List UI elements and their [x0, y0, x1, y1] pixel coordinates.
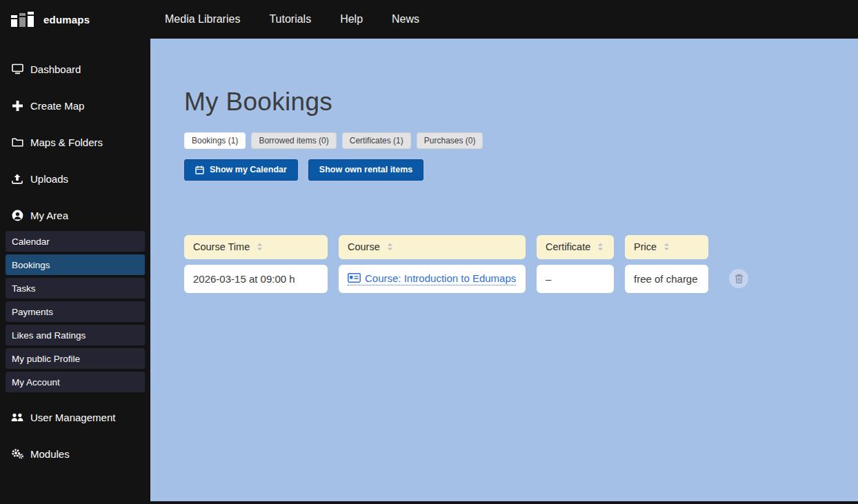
sidebar-item-label: My Area [30, 210, 68, 221]
cogs-icon [11, 448, 23, 459]
show-own-rental-items-button[interactable]: Show own rental items [308, 159, 423, 181]
calendar-icon [195, 165, 204, 174]
edumaps-logo-icon [11, 12, 34, 27]
show-own-rental-items-label: Show own rental items [319, 165, 412, 174]
brand-logo[interactable]: edumaps [0, 12, 150, 27]
action-buttons: Show my Calendar Show own rental items [184, 159, 858, 181]
sidebar-item-label: Uploads [30, 173, 68, 185]
plus-icon [11, 101, 23, 111]
column-label: Price [634, 241, 657, 252]
subitem-label: Tasks [12, 283, 36, 294]
topnav-item-news[interactable]: News [377, 0, 434, 39]
sidebar-subitem-payments[interactable]: Payments [6, 301, 145, 322]
sidebar-subitem-my-account[interactable]: My Account [6, 372, 145, 392]
cell-price: free of charge [625, 265, 708, 293]
sidebar-subitem-my-public-profile[interactable]: My public Profile [6, 348, 145, 369]
course-link[interactable]: Course: Introduction to Edumaps [348, 272, 516, 285]
topnav-item-help[interactable]: Help [326, 0, 377, 39]
sidebar-item-label: Maps & Folders [30, 137, 103, 148]
page-title: My Bookings [184, 87, 858, 117]
sidebar-item-uploads[interactable]: Uploads [11, 168, 150, 190]
user-circle-icon [11, 210, 23, 221]
bookings-table: Course Time Course Certificate Price [184, 235, 858, 293]
column-header-course-time[interactable]: Course Time [184, 235, 328, 259]
sort-icon [387, 243, 393, 251]
dashboard-icon [11, 63, 23, 74]
tab-certificates[interactable]: Certificates (1) [342, 132, 411, 149]
subitem-label: Bookings [12, 260, 50, 270]
address-card-icon [348, 273, 361, 283]
sidebar-item-modules[interactable]: Modules [11, 443, 150, 465]
sidebar-item-label: Dashboard [30, 63, 81, 75]
table-header-row: Course Time Course Certificate Price [184, 235, 858, 259]
delete-booking-button[interactable] [729, 269, 748, 288]
subitem-label: Calendar [12, 236, 50, 247]
sidebar-item-create-map[interactable]: Create Map [11, 94, 150, 117]
sort-icon [257, 243, 263, 251]
sidebar-subitem-calendar[interactable]: Calendar [6, 231, 145, 252]
topnav-item-tutorials[interactable]: Tutorials [255, 0, 326, 39]
main-content: My Bookings Bookings (1) Borrowed items … [150, 39, 858, 501]
show-my-calendar-button[interactable]: Show my Calendar [184, 159, 298, 181]
sidebar-subitem-tasks[interactable]: Tasks [6, 278, 145, 299]
sort-icon [664, 243, 670, 251]
users-icon [11, 412, 23, 423]
table-row: 2026-03-15 at 09:00 h Course: Introducti… [184, 265, 858, 293]
subitem-label: Likes and Ratings [12, 330, 86, 341]
sidebar-subitem-likes-and-ratings[interactable]: Likes and Ratings [6, 325, 145, 345]
tab-purchases[interactable]: Purchases (0) [417, 132, 483, 149]
sidebar-item-dashboard[interactable]: Dashboard [11, 58, 150, 80]
column-label: Course [348, 241, 380, 252]
course-link-label: Course: Introduction to Edumaps [365, 272, 516, 284]
sidebar-item-user-management[interactable]: User Management [11, 406, 150, 428]
subitem-label: My public Profile [12, 354, 80, 364]
sidebar-subitem-bookings[interactable]: Bookings [6, 254, 145, 275]
tab-bookings[interactable]: Bookings (1) [184, 132, 246, 149]
certificate-value: – [546, 273, 551, 285]
price-value: free of charge [634, 273, 698, 285]
my-area-submenu: Calendar Bookings Tasks Payments Likes a… [6, 231, 145, 392]
cell-certificate: – [537, 265, 614, 293]
sidebar-item-label: Create Map [30, 100, 84, 112]
top-navigation: Media Libraries Tutorials Help News [150, 0, 434, 39]
tab-borrowed-items[interactable]: Borrowed items (0) [251, 132, 336, 149]
sidebar-item-maps-folders[interactable]: Maps & Folders [11, 131, 150, 153]
column-label: Certificate [546, 241, 590, 252]
subitem-label: My Account [12, 377, 60, 387]
sidebar: Dashboard Create Map Maps & Folders Uplo… [0, 39, 150, 504]
column-header-price[interactable]: Price [625, 235, 708, 259]
folder-icon [11, 137, 23, 148]
column-label: Course Time [193, 241, 250, 252]
course-time-value: 2026-03-15 at 09:00 h [193, 273, 295, 285]
trash-icon [735, 274, 744, 283]
show-my-calendar-label: Show my Calendar [210, 165, 287, 174]
bookings-tabbar: Bookings (1) Borrowed items (0) Certific… [184, 132, 858, 149]
sidebar-item-label: Modules [30, 448, 70, 460]
column-header-course[interactable]: Course [339, 235, 526, 259]
upload-icon [11, 174, 23, 184]
sidebar-item-label: User Management [30, 412, 115, 423]
sidebar-item-my-area[interactable]: My Area [11, 204, 150, 226]
topbar: edumaps Media Libraries Tutorials Help N… [0, 0, 858, 39]
subitem-label: Payments [12, 307, 53, 317]
topnav-item-media-libraries[interactable]: Media Libraries [150, 0, 255, 39]
cell-course: Course: Introduction to Edumaps [339, 265, 526, 293]
brand-name: edumaps [43, 14, 90, 26]
sort-icon [597, 243, 603, 251]
cell-course-time: 2026-03-15 at 09:00 h [184, 265, 328, 293]
column-header-certificate[interactable]: Certificate [537, 235, 614, 259]
